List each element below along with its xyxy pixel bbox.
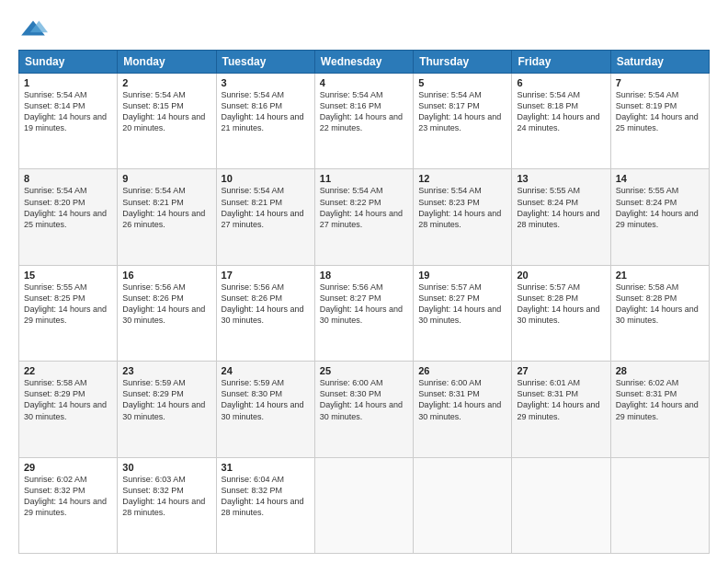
calendar-cell: 13 Sunrise: 5:55 AMSunset: 8:24 PMDaylig… xyxy=(512,169,610,265)
weekday-header-thursday: Thursday xyxy=(414,51,512,74)
day-number: 27 xyxy=(517,365,605,376)
calendar-cell: 30 Sunrise: 6:03 AMSunset: 8:32 PMDaylig… xyxy=(118,457,216,553)
day-number: 7 xyxy=(616,77,704,88)
calendar-cell: 11 Sunrise: 5:54 AMSunset: 8:22 PMDaylig… xyxy=(314,169,413,265)
calendar-cell: 17 Sunrise: 5:56 AMSunset: 8:26 PMDaylig… xyxy=(216,265,314,361)
calendar-cell: 10 Sunrise: 5:54 AMSunset: 8:21 PMDaylig… xyxy=(216,169,314,265)
day-number: 20 xyxy=(517,270,605,281)
calendar-cell: 1 Sunrise: 5:54 AMSunset: 8:14 PMDayligh… xyxy=(19,74,118,169)
day-number: 21 xyxy=(616,270,704,281)
week-row-4: 22 Sunrise: 5:58 AMSunset: 8:29 PMDaylig… xyxy=(19,362,710,457)
day-number: 12 xyxy=(418,173,506,184)
day-info: Sunrise: 5:56 AMSunset: 8:27 PMDaylight:… xyxy=(320,282,403,325)
day-number: 19 xyxy=(418,270,506,281)
calendar-cell: 9 Sunrise: 5:54 AMSunset: 8:21 PMDayligh… xyxy=(118,169,216,265)
week-row-2: 8 Sunrise: 5:54 AMSunset: 8:20 PMDayligh… xyxy=(19,169,710,265)
day-info: Sunrise: 5:57 AMSunset: 8:27 PMDaylight:… xyxy=(418,282,501,325)
day-number: 8 xyxy=(24,173,112,184)
calendar-cell: 12 Sunrise: 5:54 AMSunset: 8:23 PMDaylig… xyxy=(414,169,512,265)
weekday-header-sunday: Sunday xyxy=(19,51,118,74)
day-info: Sunrise: 5:54 AMSunset: 8:21 PMDaylight:… xyxy=(222,186,304,228)
calendar-table: SundayMondayTuesdayWednesdayThursdayFrid… xyxy=(18,50,710,554)
day-info: Sunrise: 5:54 AMSunset: 8:15 PMDaylight:… xyxy=(122,90,205,132)
calendar-cell: 15 Sunrise: 5:55 AMSunset: 8:25 PMDaylig… xyxy=(19,265,118,361)
day-number: 1 xyxy=(24,77,112,88)
day-info: Sunrise: 5:54 AMSunset: 8:23 PMDaylight:… xyxy=(418,186,501,228)
calendar-cell: 25 Sunrise: 6:00 AMSunset: 8:30 PMDaylig… xyxy=(314,362,413,457)
calendar-cell: 8 Sunrise: 5:54 AMSunset: 8:20 PMDayligh… xyxy=(19,169,118,265)
day-info: Sunrise: 5:54 AMSunset: 8:18 PMDaylight:… xyxy=(517,90,599,132)
calendar-cell: 22 Sunrise: 5:58 AMSunset: 8:29 PMDaylig… xyxy=(19,362,118,457)
calendar-cell: 31 Sunrise: 6:04 AMSunset: 8:32 PMDaylig… xyxy=(216,457,314,553)
calendar-cell: 16 Sunrise: 5:56 AMSunset: 8:26 PMDaylig… xyxy=(118,265,216,361)
day-number: 24 xyxy=(222,365,310,376)
day-info: Sunrise: 6:02 AMSunset: 8:31 PMDaylight:… xyxy=(616,378,699,420)
calendar-cell: 28 Sunrise: 6:02 AMSunset: 8:31 PMDaylig… xyxy=(610,362,709,457)
day-info: Sunrise: 5:54 AMSunset: 8:19 PMDaylight:… xyxy=(616,90,699,132)
day-number: 3 xyxy=(222,77,310,88)
week-row-5: 29 Sunrise: 6:02 AMSunset: 8:32 PMDaylig… xyxy=(19,457,710,553)
calendar-cell: 26 Sunrise: 6:00 AMSunset: 8:31 PMDaylig… xyxy=(414,362,512,457)
day-info: Sunrise: 5:59 AMSunset: 8:29 PMDaylight:… xyxy=(122,378,205,420)
logo-icon xyxy=(18,15,48,44)
calendar-cell xyxy=(414,457,512,553)
day-info: Sunrise: 5:55 AMSunset: 8:25 PMDaylight:… xyxy=(24,282,107,325)
header xyxy=(18,15,710,44)
calendar-cell: 2 Sunrise: 5:54 AMSunset: 8:15 PMDayligh… xyxy=(118,74,216,169)
day-number: 16 xyxy=(122,270,210,281)
calendar-cell: 19 Sunrise: 5:57 AMSunset: 8:27 PMDaylig… xyxy=(414,265,512,361)
day-number: 30 xyxy=(122,462,210,473)
day-info: Sunrise: 5:54 AMSunset: 8:22 PMDaylight:… xyxy=(320,186,403,228)
weekday-header-tuesday: Tuesday xyxy=(216,51,314,74)
day-info: Sunrise: 5:55 AMSunset: 8:24 PMDaylight:… xyxy=(616,186,699,228)
day-info: Sunrise: 5:58 AMSunset: 8:29 PMDaylight:… xyxy=(24,378,107,420)
day-number: 5 xyxy=(418,77,506,88)
calendar-cell: 29 Sunrise: 6:02 AMSunset: 8:32 PMDaylig… xyxy=(19,457,118,553)
calendar-cell: 18 Sunrise: 5:56 AMSunset: 8:27 PMDaylig… xyxy=(314,265,413,361)
day-info: Sunrise: 6:02 AMSunset: 8:32 PMDaylight:… xyxy=(24,475,107,517)
day-number: 28 xyxy=(616,365,704,376)
calendar-cell: 23 Sunrise: 5:59 AMSunset: 8:29 PMDaylig… xyxy=(118,362,216,457)
calendar-cell: 21 Sunrise: 5:58 AMSunset: 8:28 PMDaylig… xyxy=(610,265,709,361)
day-info: Sunrise: 5:54 AMSunset: 8:16 PMDaylight:… xyxy=(222,90,304,132)
day-info: Sunrise: 5:54 AMSunset: 8:21 PMDaylight:… xyxy=(122,186,205,228)
week-row-3: 15 Sunrise: 5:55 AMSunset: 8:25 PMDaylig… xyxy=(19,265,710,361)
day-info: Sunrise: 5:56 AMSunset: 8:26 PMDaylight:… xyxy=(222,282,304,325)
day-number: 10 xyxy=(222,173,310,184)
day-info: Sunrise: 6:04 AMSunset: 8:32 PMDaylight:… xyxy=(222,475,304,517)
day-number: 26 xyxy=(418,365,506,376)
weekday-header-monday: Monday xyxy=(118,51,216,74)
calendar-cell: 6 Sunrise: 5:54 AMSunset: 8:18 PMDayligh… xyxy=(512,74,610,169)
day-number: 23 xyxy=(122,365,210,376)
day-info: Sunrise: 5:54 AMSunset: 8:14 PMDaylight:… xyxy=(24,90,107,132)
day-info: Sunrise: 6:03 AMSunset: 8:32 PMDaylight:… xyxy=(122,475,205,517)
day-number: 6 xyxy=(517,77,605,88)
day-info: Sunrise: 6:01 AMSunset: 8:31 PMDaylight:… xyxy=(517,378,599,420)
day-info: Sunrise: 5:56 AMSunset: 8:26 PMDaylight:… xyxy=(122,282,205,325)
day-info: Sunrise: 5:58 AMSunset: 8:28 PMDaylight:… xyxy=(616,282,699,325)
day-info: Sunrise: 5:57 AMSunset: 8:28 PMDaylight:… xyxy=(517,282,599,325)
weekday-header-friday: Friday xyxy=(512,51,610,74)
day-number: 22 xyxy=(24,365,112,376)
day-info: Sunrise: 6:00 AMSunset: 8:31 PMDaylight:… xyxy=(418,378,501,420)
calendar-cell: 5 Sunrise: 5:54 AMSunset: 8:17 PMDayligh… xyxy=(414,74,512,169)
day-info: Sunrise: 5:59 AMSunset: 8:30 PMDaylight:… xyxy=(222,378,304,420)
calendar-cell xyxy=(610,457,709,553)
weekday-header-row: SundayMondayTuesdayWednesdayThursdayFrid… xyxy=(19,51,710,74)
calendar-cell xyxy=(314,457,413,553)
day-number: 25 xyxy=(320,365,408,376)
day-number: 11 xyxy=(320,173,408,184)
weekday-header-wednesday: Wednesday xyxy=(314,51,413,74)
day-number: 2 xyxy=(122,77,210,88)
calendar-cell: 4 Sunrise: 5:54 AMSunset: 8:16 PMDayligh… xyxy=(314,74,413,169)
day-number: 29 xyxy=(24,462,112,473)
calendar-cell: 14 Sunrise: 5:55 AMSunset: 8:24 PMDaylig… xyxy=(610,169,709,265)
calendar-cell xyxy=(512,457,610,553)
day-info: Sunrise: 5:54 AMSunset: 8:17 PMDaylight:… xyxy=(418,90,501,132)
calendar-cell: 24 Sunrise: 5:59 AMSunset: 8:30 PMDaylig… xyxy=(216,362,314,457)
day-info: Sunrise: 5:54 AMSunset: 8:16 PMDaylight:… xyxy=(320,90,403,132)
page: SundayMondayTuesdayWednesdayThursdayFrid… xyxy=(0,0,728,563)
day-number: 14 xyxy=(616,173,704,184)
day-info: Sunrise: 5:54 AMSunset: 8:20 PMDaylight:… xyxy=(24,186,107,228)
week-row-1: 1 Sunrise: 5:54 AMSunset: 8:14 PMDayligh… xyxy=(19,74,710,169)
